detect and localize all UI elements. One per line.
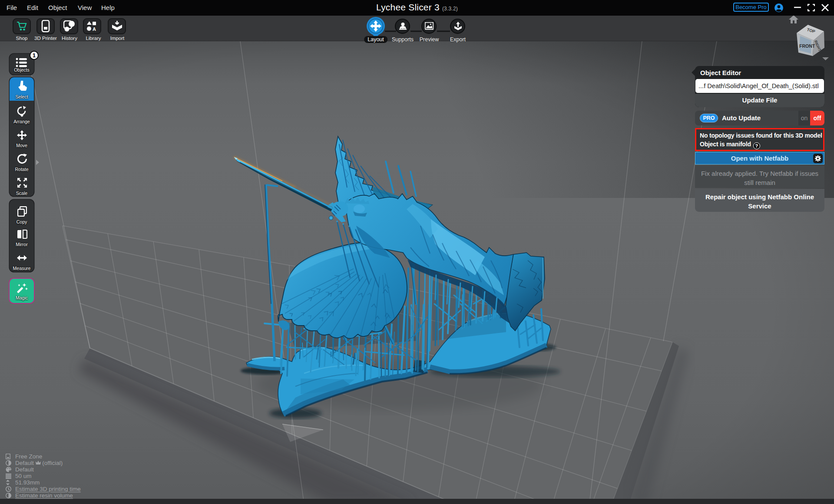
svg-text:A: A	[93, 26, 96, 32]
svg-text:FRONT: FRONT	[799, 43, 815, 49]
